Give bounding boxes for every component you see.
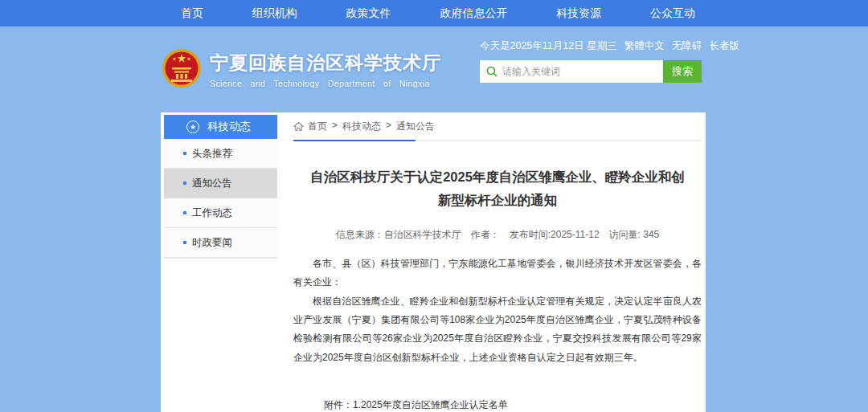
attachments-list: 1.2025年度自治区雏鹰企业认定名单2.2025年度自治区瞪羚企业认定名单3.… xyxy=(353,396,537,412)
article-paragraph: 各市、县（区）科技管理部门，宁东能源化工基地管委会，银川经济技术开发区管委会，各… xyxy=(293,255,702,292)
nav-item[interactable]: 组织机构 xyxy=(252,6,297,21)
breadcrumb-segment: > xyxy=(332,120,338,133)
attachments-block: 附件： 1.2025年度自治区雏鹰企业认定名单2.2025年度自治区瞪羚企业认定… xyxy=(324,396,702,412)
site-header: 宁夏回族自治区科学技术厅 Science and Technology Depa… xyxy=(162,47,441,92)
nav-item[interactable]: 首页 xyxy=(181,6,203,21)
sidebar-title: 科技动态 xyxy=(207,120,251,134)
breadcrumb-segment[interactable]: 首页 xyxy=(308,120,327,133)
bullet-dot-icon xyxy=(183,182,186,185)
bullet-dot-icon xyxy=(183,211,186,214)
breadcrumb: 首页>科技动态>通知公告 xyxy=(293,112,702,140)
sidebar-list: 头条推荐 通知公告 工作动态 时政要闻 xyxy=(164,139,277,258)
nav-item[interactable]: 公众互动 xyxy=(650,6,695,21)
search-input[interactable] xyxy=(502,66,658,77)
star-circle-icon: ★ xyxy=(186,120,199,133)
search-icon xyxy=(486,66,497,77)
sidebar-item-label: 时政要闻 xyxy=(192,236,232,250)
article-meta: 信息来源：自治区科学技术厅作者：发布时间:2025-11-12访问量: 345 xyxy=(293,228,702,242)
quick-link[interactable]: 无障碍 xyxy=(672,39,702,53)
nav-item[interactable]: 政府信息公开 xyxy=(440,6,507,21)
meta-segment: 信息来源：自治区科学技术厅 xyxy=(336,229,461,240)
today-date: 今天是2025年11月12日 星期三 xyxy=(480,39,617,53)
sidebar-item-label: 工作动态 xyxy=(192,206,232,220)
breadcrumb-segment[interactable]: 通知公告 xyxy=(396,120,435,133)
quick-link[interactable]: 长者版 xyxy=(709,39,739,53)
sidebar-item-label: 头条推荐 xyxy=(192,147,232,161)
sidebar-header: ★ 科技动态 xyxy=(164,115,277,139)
sidebar-item[interactable]: 时政要闻 xyxy=(164,228,277,258)
top-nav: 首页组织机构政策文件政府信息公开科技资源公众互动 xyxy=(0,0,868,27)
attachments-label: 附件： xyxy=(324,396,353,412)
site-title: 宁夏回族自治区科学技术厅 xyxy=(210,51,441,75)
sidebar-item[interactable]: 头条推荐 xyxy=(164,139,277,169)
breadcrumb-divider xyxy=(293,140,702,141)
bullet-dot-icon xyxy=(183,241,186,244)
breadcrumb-segment: > xyxy=(386,120,391,133)
national-emblem-logo xyxy=(162,47,202,92)
meta-segment: 访问量: 345 xyxy=(609,229,660,240)
home-icon[interactable] xyxy=(293,121,304,132)
bullet-dot-icon xyxy=(183,152,186,155)
quick-link[interactable]: 繁體中文 xyxy=(624,39,665,53)
breadcrumb-segment[interactable]: 科技动态 xyxy=(342,120,381,133)
article-paragraph: 根据自治区雏鹰企业、瞪羚企业和创新型标杆企业认定管理有关规定，决定认定半亩良人农… xyxy=(293,292,702,368)
site-subtitle: Science and Technology Department of Nin… xyxy=(210,79,441,88)
nav-item[interactable]: 科技资源 xyxy=(556,6,601,21)
sidebar: ★ 科技动态 头条推荐 通知公告 工作动态 时政要闻 xyxy=(164,115,277,259)
attachment-link[interactable]: 1.2025年度自治区雏鹰企业认定名单 xyxy=(353,396,537,412)
sidebar-item[interactable]: 工作动态 xyxy=(164,198,277,228)
article-body: 各市、县（区）科技管理部门，宁东能源化工基地管委会，银川经济技术开发区管委会，各… xyxy=(293,255,702,367)
top-nav-items: 首页组织机构政策文件政府信息公开科技资源公众互动 xyxy=(181,0,695,27)
article-main: 首页>科技动态>通知公告 自治区科技厅关于认定2025年度自治区雏鹰企业、瞪羚企… xyxy=(293,112,702,412)
sidebar-item[interactable]: 通知公告 xyxy=(164,169,277,198)
site-title-block: 宁夏回族自治区科学技术厅 Science and Technology Depa… xyxy=(210,51,441,88)
meta-segment: 作者： xyxy=(471,229,500,240)
article-title: 自治区科技厅关于认定2025年度自治区雏鹰企业、瞪羚企业和创新型标杆企业的通知 xyxy=(309,165,685,212)
header-right: 今天是2025年11月12日 星期三 繁體中文无障碍长者版 搜索 xyxy=(480,39,702,83)
meta-segment: 发布时间:2025-11-12 xyxy=(510,229,600,240)
search-button[interactable]: 搜索 xyxy=(663,60,702,83)
sidebar-item-label: 通知公告 xyxy=(192,177,232,190)
search-bar: 搜索 xyxy=(480,60,702,83)
content-wrapper: ★ 科技动态 头条推荐 通知公告 工作动态 时政要闻 xyxy=(161,112,706,412)
quick-links: 繁體中文无障碍长者版 xyxy=(617,39,739,53)
nav-item[interactable]: 政策文件 xyxy=(346,6,391,21)
